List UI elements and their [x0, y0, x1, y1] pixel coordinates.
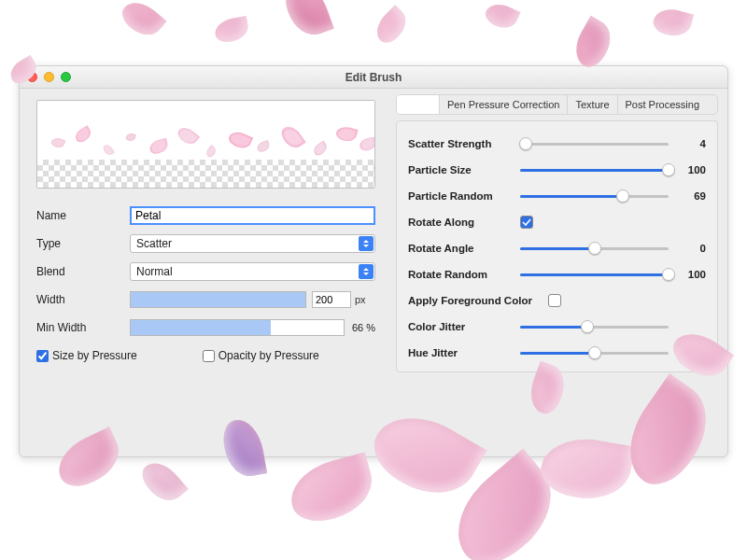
tab-pen-pressure[interactable]: Pen Pressure Correction [440, 95, 568, 114]
scatter-strength-row: Scatter Strength 4 [408, 131, 706, 157]
tab-texture[interactable]: Texture [568, 95, 617, 114]
tab-bar: Pen Pressure Correction Texture Post Pro… [396, 94, 718, 115]
width-unit: px [355, 294, 375, 305]
minwidth-label: Min Width [36, 321, 130, 334]
opacity-by-pressure-checkbox[interactable]: Opacity by Pressure [203, 349, 319, 362]
color-jitter-slider[interactable] [520, 320, 669, 333]
apply-fg-checkbox[interactable] [548, 294, 561, 307]
edit-brush-window: Edit Brush [19, 65, 728, 457]
rotate-angle-slider[interactable] [520, 242, 669, 255]
chevron-updown-icon [359, 264, 374, 279]
minwidth-bar[interactable] [130, 319, 345, 336]
maximize-icon[interactable] [61, 72, 71, 82]
close-icon[interactable] [27, 72, 37, 82]
window-title: Edit Brush [20, 71, 727, 84]
particle-size-row: Particle Size 100 [408, 157, 706, 183]
type-label: Type [36, 237, 130, 250]
tab-general[interactable] [397, 95, 440, 114]
minwidth-value: 66 % [352, 322, 375, 333]
left-panel: Name Type Scatter Blend Normal [20, 89, 388, 456]
blend-select[interactable]: Normal [130, 262, 375, 281]
scatter-strength-slider[interactable] [520, 137, 669, 150]
brush-form: Name Type Scatter Blend Normal [36, 203, 375, 368]
rotate-random-slider[interactable] [520, 268, 669, 281]
particle-random-slider[interactable] [520, 189, 669, 203]
hue-jitter-slider[interactable] [520, 346, 669, 359]
blend-label: Blend [36, 265, 130, 278]
chevron-updown-icon [359, 236, 374, 251]
rotate-along-checkbox[interactable] [520, 216, 533, 229]
blend-value: Normal [136, 265, 173, 278]
transparency-grid [37, 160, 374, 188]
minimize-icon[interactable] [44, 72, 54, 82]
check-icon [522, 217, 531, 227]
right-panel: Pen Pressure Correction Texture Post Pro… [388, 89, 727, 456]
content: Name Type Scatter Blend Normal [20, 89, 727, 456]
width-value-input[interactable] [312, 291, 351, 308]
size-by-pressure-checkbox[interactable]: Size by Pressure [36, 349, 137, 362]
scatter-panel: Scatter Strength 4 Particle Size 100 Par… [396, 120, 718, 372]
rotate-along-row: Rotate Along [408, 209, 706, 235]
width-bar[interactable] [130, 291, 306, 308]
type-select[interactable]: Scatter [130, 234, 375, 253]
name-input[interactable] [130, 206, 375, 225]
hue-jitter-row: Hue Jitter [408, 340, 706, 366]
rotate-angle-row: Rotate Angle 0 [408, 235, 706, 261]
particle-random-row: Particle Random 69 [408, 183, 706, 209]
apply-fg-row: Apply Foreground Color [408, 287, 706, 314]
width-label: Width [36, 293, 130, 306]
brush-preview [36, 100, 375, 189]
tab-post-processing[interactable]: Post Processing [618, 95, 707, 114]
particle-size-slider[interactable] [520, 163, 669, 176]
type-value: Scatter [136, 237, 172, 250]
window-controls [27, 72, 71, 82]
color-jitter-row: Color Jitter [408, 314, 706, 340]
rotate-random-row: Rotate Random 100 [408, 261, 706, 287]
name-label: Name [36, 209, 130, 222]
titlebar[interactable]: Edit Brush [20, 66, 727, 89]
